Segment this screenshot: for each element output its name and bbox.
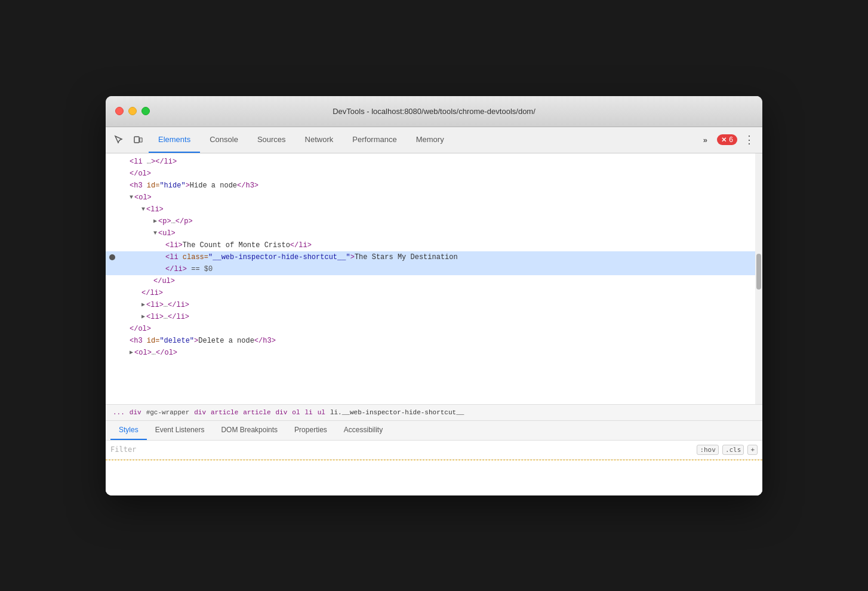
dom-line: <h3 id="delete">Delete a node</h3> [106,335,762,347]
dom-line: ▶<li>…</li> [106,299,762,311]
dom-line: ▶<p>…</p> [106,216,762,227]
error-badge[interactable]: ✕ 6 [717,134,737,145]
dom-line: <h3 id="hide">Hide a node</h3> [106,180,762,192]
tab-accessibility[interactable]: Accessibility [335,421,391,440]
maximize-button[interactable] [141,107,150,115]
breadcrumb-item-li[interactable]: li [303,409,315,416]
styles-filter-bar: Filter :hov .cls + [106,441,762,460]
dom-line: </ul> [106,275,762,287]
breadcrumb-item-ellipsis[interactable]: ... [110,409,127,416]
minimize-button[interactable] [128,107,137,115]
tab-console[interactable]: Console [200,127,248,153]
more-tabs-button[interactable]: » [697,131,713,148]
tab-list: Elements Console Sources Network Perform… [149,127,694,153]
dom-line: ▶<li>…</li> [106,311,762,323]
breadcrumb-item-article2[interactable]: article [241,409,273,416]
device-icon[interactable] [130,131,146,148]
breadcrumb-item-li-class[interactable]: li.__web-inspector-hide-shortcut__ [328,409,466,416]
breadcrumb-item-div2[interactable]: div [192,409,208,416]
toolbar-right: » ✕ 6 ⋮ [697,131,758,148]
tab-event-listeners[interactable]: Event Listeners [147,421,213,440]
tab-sources[interactable]: Sources [248,127,296,153]
styles-content-area [106,460,762,495]
bottom-tab-list: Styles Event Listeners DOM Breakpoints P… [106,421,762,441]
filter-placeholder: Filter [110,445,692,454]
breadcrumb-item-gc-wrapper[interactable]: #gc-wrapper [144,409,192,416]
breadcrumb-item-ul[interactable]: ul [315,409,328,416]
titlebar: DevTools - localhost:8080/web/tools/chro… [106,96,762,127]
cls-button[interactable]: .cls [722,445,744,455]
breadcrumb-item-article1[interactable]: article [208,409,241,416]
tab-styles[interactable]: Styles [110,421,147,440]
error-x-icon: ✕ [721,136,727,144]
error-count: 6 [729,136,733,144]
dom-line: <li>The Count of Monte Cristo</li> [106,239,762,251]
tab-dom-breakpoints[interactable]: DOM Breakpoints [213,421,286,440]
main-toolbar: Elements Console Sources Network Perform… [106,127,762,153]
dom-line: ▼<ol> [106,192,762,204]
dom-line-selected-close: </li> == $0 [106,263,762,275]
tab-properties[interactable]: Properties [286,421,335,440]
devtools-window: DevTools - localhost:8080/web/tools/chro… [106,96,762,495]
dom-line-selected[interactable]: <li class="__web-inspector-hide-shortcut… [106,251,762,263]
breadcrumb-item-div3[interactable]: div [273,409,290,416]
filter-controls: :hov .cls + [697,445,758,455]
breadcrumb-item-div1[interactable]: div [127,409,144,416]
dom-line: ▼<li> [106,204,762,216]
devtools-menu-button[interactable]: ⋮ [741,131,758,148]
dom-line: ▶<ol>…</ol> [106,347,762,359]
scrollbar-track[interactable] [755,153,762,404]
window-title: DevTools - localhost:8080/web/tools/chro… [333,107,535,116]
tab-memory[interactable]: Memory [407,127,454,153]
dom-line: <li …></li> [106,156,762,168]
tab-elements[interactable]: Elements [149,127,200,153]
svg-rect-1 [140,138,142,142]
inspect-icon[interactable] [110,131,127,148]
tab-network[interactable]: Network [296,127,343,153]
dom-panel[interactable]: <li …></li> </ol> <h3 id="hide">Hide a n… [106,153,762,404]
dom-line: </li> [106,287,762,299]
dom-line: </ol> [106,323,762,335]
breadcrumb-bar: ... div #gc-wrapper div article article … [106,404,762,421]
dom-node-dot [109,254,115,260]
dom-line: ▼<ul> [106,227,762,239]
hov-button[interactable]: :hov [697,445,719,455]
breadcrumb-item-ol[interactable]: ol [290,409,302,416]
window-controls [115,107,150,115]
dom-line: </ol> [106,168,762,180]
tab-performance[interactable]: Performance [343,127,406,153]
svg-rect-0 [134,137,139,143]
scrollbar-thumb[interactable] [756,254,761,290]
bottom-panel: Styles Event Listeners DOM Breakpoints P… [106,421,762,495]
add-style-button[interactable]: + [747,445,758,455]
close-button[interactable] [115,107,124,115]
